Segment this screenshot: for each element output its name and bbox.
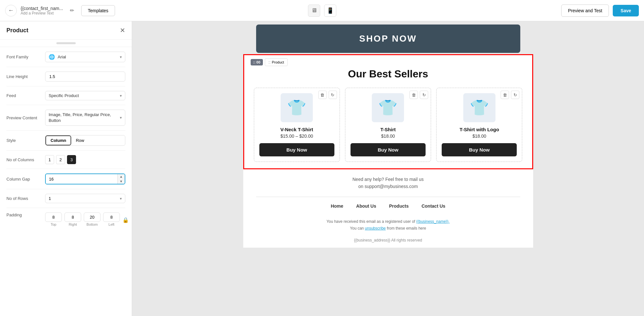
email-preview-area: SHOP NOW :: 00 :: Product (132, 21, 644, 316)
feed-select[interactable]: Specific Product ▾ (45, 91, 125, 100)
desktop-icon: 🖥 (311, 7, 317, 14)
mobile-view-button[interactable]: 📱 (324, 5, 336, 17)
product-2-name: T-Shirt (380, 127, 396, 132)
product-3-image-area: 👕 (463, 93, 495, 122)
padding-top-input[interactable] (45, 212, 62, 222)
style-column-button[interactable]: Column (45, 135, 71, 145)
line-height-input[interactable]: 1.5 (45, 72, 125, 82)
templates-button[interactable]: Templates (81, 5, 115, 16)
feed-chevron-icon: ▾ (120, 94, 122, 98)
footer-link-about[interactable]: About Us (356, 203, 376, 209)
help-line2: on support@mybusiness.com (358, 184, 418, 189)
feed-label: Feed (6, 93, 45, 98)
shop-now-block: SHOP NOW (256, 25, 520, 53)
product-1-image: 👕 (287, 99, 306, 117)
column-3-button[interactable]: 3 (67, 155, 76, 164)
refresh-product-2-button[interactable]: ↻ (420, 91, 428, 99)
no-of-rows-control: 1 ▾ (45, 194, 125, 203)
block-product-button[interactable]: :: Product (265, 58, 288, 66)
products-grid: 🗑 ↻ 👕 V-Neck T-Shirt $15.00 – $20.00 Buy… (254, 88, 523, 162)
preview-test-button[interactable]: Preview and Test (561, 5, 609, 17)
preview-content-label: Preview Content (6, 115, 45, 120)
edit-button[interactable]: ✏ (67, 5, 77, 16)
style-label: Style (6, 138, 45, 143)
card-actions-3: 🗑 ↻ (501, 91, 519, 99)
buy-now-1-button[interactable]: Buy Now (259, 143, 334, 156)
card-actions-2: 🗑 ↻ (409, 91, 428, 99)
product-3-image: 👕 (470, 99, 489, 117)
column-gap-increment[interactable]: ▲ (118, 174, 125, 179)
column-gap-input[interactable] (46, 174, 117, 184)
column-gap-control: ▲ ▼ (45, 173, 125, 184)
buy-now-3-button[interactable]: Buy Now (442, 143, 517, 156)
left-panel: Product ✕ Font Family 🌐 Arial ▾ Line (0, 21, 132, 316)
padding-right-field: Right (64, 212, 81, 226)
style-row-button[interactable]: Row (71, 135, 89, 145)
delete-product-2-button[interactable]: 🗑 (409, 91, 418, 99)
no-of-rows-label: No of Rows (6, 196, 45, 201)
unsubscribe-link[interactable]: unsubscribe (365, 226, 386, 231)
scroll-indicator (0, 40, 132, 47)
product-3-name: T-Shirt with Logo (460, 127, 499, 132)
rows-value: 1 (49, 196, 119, 201)
delete-product-1-button[interactable]: 🗑 (318, 91, 327, 99)
padding-right-input[interactable] (64, 212, 81, 222)
footer-link-home[interactable]: Home (331, 203, 343, 209)
column-gap-row: Column Gap ▲ ▼ (6, 169, 125, 189)
line-height-control: 1.5 (45, 72, 125, 82)
footer-link-contact[interactable]: Contact Us (421, 203, 445, 209)
padding-bottom-field: Bottom (84, 212, 101, 226)
best-sellers-title: Our Best Sellers (254, 65, 523, 80)
product-drag-icon: :: (268, 60, 271, 64)
column-gap-decrement[interactable]: ▼ (118, 179, 125, 184)
refresh-product-1-button[interactable]: ↻ (329, 91, 337, 99)
form-section: Font Family 🌐 Arial ▾ Line Height 1.5 (0, 47, 132, 231)
back-button[interactable]: ← (5, 5, 17, 16)
font-family-select[interactable]: 🌐 Arial ▾ (45, 52, 125, 62)
padding-right-label: Right (69, 222, 77, 226)
topbar-right: Preview and Test Save (428, 5, 639, 17)
padding-bottom-input[interactable] (84, 212, 101, 222)
block-toolbar: :: 00 :: Product (251, 58, 288, 66)
no-of-columns-label: No of Columns (6, 157, 45, 162)
desktop-view-button[interactable]: 🖥 (308, 5, 320, 17)
column-2-button[interactable]: 2 (56, 155, 65, 164)
business-name-link[interactable]: {{business_name}}. (416, 219, 449, 224)
delete-product-3-button[interactable]: 🗑 (501, 91, 509, 99)
columns-toggle: 1 2 3 (45, 155, 125, 164)
help-line1: Need any help? Feel free to mail us (352, 177, 424, 182)
rows-select[interactable]: 1 ▾ (45, 194, 125, 203)
footer-link-products[interactable]: Products (389, 203, 409, 209)
line-height-row: Line Height 1.5 (6, 67, 125, 86)
column-gap-label: Column Gap (6, 177, 45, 182)
no-of-columns-row: No of Columns 1 2 3 (6, 151, 125, 169)
line-height-label: Line Height (6, 74, 45, 79)
refresh-product-3-button[interactable]: ↻ (511, 91, 519, 99)
help-text: Need any help? Feel free to mail us on s… (250, 176, 527, 190)
rows-chevron-icon: ▾ (120, 196, 122, 201)
panel-title: Product (6, 27, 28, 34)
product-2-price: $18.00 (381, 133, 395, 139)
globe-icon: 🌐 (49, 54, 55, 60)
feed-row: Feed Specific Product ▾ (6, 86, 125, 105)
close-panel-button[interactable]: ✕ (120, 26, 125, 34)
product-1-price: $15.00 – $20.00 (281, 133, 313, 139)
buy-now-2-button[interactable]: Buy Now (351, 143, 426, 156)
topbar-center: 🖥 📱 (216, 5, 428, 17)
padding-left-label: Left (109, 222, 114, 226)
main-area: Product ✕ Font Family 🌐 Arial ▾ Line (0, 21, 644, 316)
preview-content-select[interactable]: Image, Title, Price, Regular Price, Butt… (45, 110, 125, 126)
preview-content-chevron-icon: ▾ (120, 115, 122, 120)
shop-now-text: SHOP NOW (359, 34, 417, 44)
font-name-value: Arial (58, 54, 117, 59)
best-sellers-block[interactable]: :: 00 :: Product Our Best Sellers (243, 54, 533, 169)
block-00-button[interactable]: :: 00 (251, 59, 263, 65)
feed-value: Specific Product (49, 93, 117, 98)
column-1-button[interactable]: 1 (45, 155, 54, 164)
padding-left-input[interactable] (103, 212, 120, 222)
contact-info: {{contact_first_nam... Add a Preview Tex… (21, 6, 63, 15)
style-toggle: Column Row (45, 135, 125, 146)
preview-content-row: Preview Content Image, Title, Price, Reg… (6, 105, 125, 131)
save-button[interactable]: Save (613, 5, 639, 16)
feed-control: Specific Product ▾ (45, 91, 125, 100)
